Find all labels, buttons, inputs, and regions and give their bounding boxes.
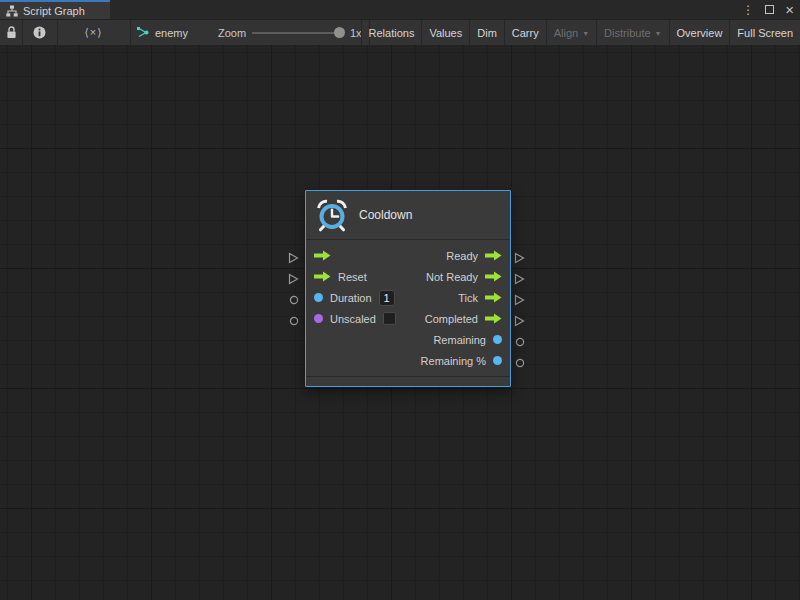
zoom-slider-handle[interactable] xyxy=(334,27,345,38)
flow-input-port[interactable] xyxy=(314,250,331,261)
tab-label: Script Graph xyxy=(23,5,85,17)
value-input-port-unscaled[interactable]: Unscaled xyxy=(314,312,396,325)
number-port-icon xyxy=(314,293,323,302)
lock-icon xyxy=(6,26,17,39)
port-row: Unscaled Completed xyxy=(306,308,510,329)
number-port-icon xyxy=(493,356,502,365)
dim-button[interactable]: Dim xyxy=(469,20,504,45)
ext-value-input-port[interactable] xyxy=(289,316,299,326)
node-title: Cooldown xyxy=(359,208,412,222)
relations-button[interactable]: Relations xyxy=(361,20,422,45)
close-icon[interactable]: × xyxy=(785,2,794,17)
values-button[interactable]: Values xyxy=(421,20,469,45)
duration-value-field[interactable]: 1 xyxy=(379,290,395,306)
port-row: Remaining xyxy=(306,329,510,350)
toolbar-separator xyxy=(130,20,131,45)
full-screen-button[interactable]: Full Screen xyxy=(729,20,800,45)
info-icon xyxy=(33,26,46,39)
zoom-label: Zoom xyxy=(218,20,246,45)
port-row: Duration 1 Tick xyxy=(306,287,510,308)
port-row: Remaining % xyxy=(306,350,510,371)
ext-flow-input-port[interactable] xyxy=(288,252,299,264)
unscaled-checkbox[interactable] xyxy=(383,312,396,325)
code-brackets-icon: ⟨×⟩ xyxy=(84,26,102,39)
node-header[interactable]: Cooldown xyxy=(306,191,510,240)
flow-arrow-icon xyxy=(485,292,502,303)
flow-output-port-not-ready[interactable]: Not Ready xyxy=(426,271,502,283)
value-input-port-duration[interactable]: Duration 1 xyxy=(314,290,395,306)
flow-output-port-completed[interactable]: Completed xyxy=(425,313,502,325)
flow-output-port-ready[interactable]: Ready xyxy=(446,250,502,262)
boolean-port-icon xyxy=(314,314,323,323)
toolbar-buttons: Relations Values Dim Carry Align ▼ Distr… xyxy=(361,20,800,45)
tab-bar: Script Graph ⋮ × xyxy=(0,0,800,19)
flow-arrow-icon xyxy=(314,271,331,282)
breadcrumb[interactable]: enemy xyxy=(136,20,188,45)
lock-button[interactable] xyxy=(0,20,22,45)
node-ports: Ready Reset Not Ready xyxy=(306,240,510,371)
flow-output-port-tick[interactable]: Tick xyxy=(458,292,502,304)
zoom-slider-track[interactable] xyxy=(252,32,340,34)
tab-script-graph[interactable]: Script Graph xyxy=(0,0,110,19)
ext-value-input-port[interactable] xyxy=(289,295,299,305)
port-row: Reset Not Ready xyxy=(306,266,510,287)
graph-toolbar: ⟨×⟩ enemy Zoom 1x Relations Values Dim xyxy=(0,19,800,45)
flow-arrow-icon xyxy=(314,250,331,261)
ext-flow-output-port[interactable] xyxy=(514,294,525,306)
graph-breadcrumb-icon xyxy=(136,26,150,39)
flow-arrow-icon xyxy=(485,313,502,324)
overview-button[interactable]: Overview xyxy=(669,20,730,45)
distribute-dropdown[interactable]: Distribute ▼ xyxy=(596,20,668,45)
maximize-icon[interactable] xyxy=(765,5,774,14)
cooldown-node[interactable]: Cooldown Ready xyxy=(305,190,511,387)
flow-arrow-icon xyxy=(485,250,502,261)
window-menu-icon[interactable]: ⋮ xyxy=(742,4,754,16)
graph-canvas[interactable]: Cooldown Ready xyxy=(0,45,800,600)
ext-value-output-port[interactable] xyxy=(515,337,525,347)
flow-input-port-reset[interactable]: Reset xyxy=(314,271,367,283)
value-output-port-remaining[interactable]: Remaining xyxy=(433,334,502,346)
chevron-down-icon: ▼ xyxy=(582,30,589,37)
ext-flow-output-port[interactable] xyxy=(514,315,525,327)
variables-button[interactable]: ⟨×⟩ xyxy=(57,20,130,45)
number-port-icon xyxy=(493,335,502,344)
graph-hierarchy-icon xyxy=(6,5,18,17)
port-row: Ready xyxy=(306,245,510,266)
script-graph-window: Script Graph ⋮ × ⟨×⟩ xyxy=(0,0,800,600)
ext-flow-input-port[interactable] xyxy=(288,273,299,285)
window-controls: ⋮ × xyxy=(742,0,794,19)
chevron-down-icon: ▼ xyxy=(655,30,662,37)
align-dropdown[interactable]: Align ▼ xyxy=(546,20,596,45)
info-button[interactable] xyxy=(22,20,57,45)
value-output-port-remaining-pct[interactable]: Remaining % xyxy=(421,355,502,367)
ext-flow-output-port[interactable] xyxy=(514,252,525,264)
ext-value-output-port[interactable] xyxy=(515,358,525,368)
flow-arrow-icon xyxy=(485,271,502,282)
breadcrumb-label: enemy xyxy=(155,27,188,39)
ext-flow-output-port[interactable] xyxy=(514,273,525,285)
alarm-clock-icon xyxy=(315,198,349,232)
node-footer xyxy=(306,376,510,386)
carry-button[interactable]: Carry xyxy=(504,20,546,45)
